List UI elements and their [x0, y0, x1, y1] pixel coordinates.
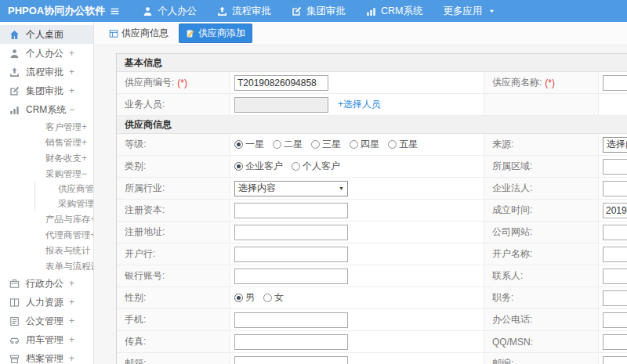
menu-toggle-icon[interactable]	[110, 6, 120, 16]
sidebar-item-supplier-mgmt[interactable]: 供应商管理	[35, 182, 93, 196]
category-radio-option[interactable]: 个人客户	[292, 160, 340, 173]
expand-toggle-icon[interactable]: +	[91, 214, 94, 225]
radio-checked-icon[interactable]	[234, 294, 243, 302]
expand-toggle-icon[interactable]: +	[69, 297, 74, 308]
sidebar-item-agent-mgmt[interactable]: 代理商管理+	[0, 227, 93, 243]
postcode-input[interactable]	[603, 356, 627, 364]
expand-toggle-icon[interactable]: +	[69, 353, 74, 364]
sidebar-item-document-mgmt[interactable]: 公文管理+	[0, 312, 93, 330]
gender-radio-option[interactable]: 女	[263, 291, 284, 305]
expand-toggle-icon[interactable]: +	[69, 278, 74, 289]
gender-radio-option[interactable]: 男	[234, 291, 255, 305]
radio-checked-icon[interactable]	[234, 140, 243, 149]
sidebar-item-procurement-mgmt[interactable]: 采购管理	[35, 196, 93, 211]
sidebar-item-customer-mgmt[interactable]: 客户管理+	[0, 119, 93, 135]
nav-item-crm-system[interactable]: CRM系统	[356, 0, 433, 22]
grade-radio-option[interactable]: 一星	[234, 138, 264, 151]
collapse-toggle-icon[interactable]: −	[82, 168, 87, 179]
account-name-input[interactable]	[603, 247, 627, 262]
sidebar-item-group-approval[interactable]: 集团审批+	[0, 81, 93, 100]
expand-toggle-icon[interactable]: +	[82, 137, 87, 148]
qq-msn-input[interactable]	[603, 334, 627, 350]
supplier-code-input[interactable]	[234, 75, 328, 91]
contact-person-input[interactable]	[603, 268, 627, 284]
sidebar-item-personal-desktop[interactable]: 个人桌面	[0, 25, 93, 44]
upload-icon	[9, 67, 20, 77]
industry-select[interactable]: 选择内容▼	[234, 181, 348, 196]
mobile-input[interactable]	[234, 312, 348, 328]
radio-unchecked-icon[interactable]	[350, 140, 358, 149]
registered-address-input[interactable]	[234, 225, 348, 240]
grade-radio-option[interactable]: 三星	[311, 138, 341, 151]
sidebar-item-finance-income-expense[interactable]: 财务收支+	[0, 150, 93, 166]
expand-toggle-icon[interactable]: +	[91, 229, 94, 240]
sidebar-item-form-workflow-settings[interactable]: 表单与流程设置+	[0, 258, 93, 274]
nav-item-group-approval[interactable]: 集团审批	[281, 0, 356, 22]
sidebar-item-product-inventory[interactable]: 产品与库存+	[0, 211, 93, 227]
tab-supplier-info[interactable]: 供应商信息	[105, 23, 172, 43]
sidebar-item-crm-system[interactable]: CRM系统−	[0, 100, 93, 119]
expand-toggle-icon[interactable]: +	[69, 67, 74, 77]
collapse-toggle-icon[interactable]: −	[69, 104, 74, 115]
category-radio-option[interactable]: 企业客户	[234, 160, 283, 173]
form-row: 所属行业:选择内容▼企业法人:	[117, 178, 627, 200]
sidebar-item-purchase-mgmt[interactable]: 采购管理−	[0, 166, 93, 182]
business-person-input[interactable]	[234, 97, 328, 113]
radio-label: 女	[274, 291, 284, 305]
sidebar-item-label: 销售管理	[45, 137, 82, 149]
supplier-name-input[interactable]	[603, 75, 627, 91]
bank-branch-input[interactable]	[234, 247, 348, 262]
sidebar-item-label: 个人办公	[26, 47, 63, 60]
bank-account-input[interactable]	[234, 268, 348, 284]
radio-checked-icon[interactable]	[234, 162, 243, 171]
select-person-link[interactable]: +选择人员	[338, 98, 381, 111]
sidebar-item-personal-office[interactable]: 个人办公+	[0, 44, 93, 63]
select-value: 选择内容	[238, 182, 276, 195]
grade-radio-option[interactable]: 五星	[388, 138, 418, 151]
company-website-input[interactable]	[603, 225, 627, 240]
field-label: 类别:	[125, 160, 146, 173]
expand-toggle-icon[interactable]: +	[82, 121, 87, 132]
expand-toggle-icon[interactable]: +	[69, 48, 74, 59]
form-row: 供应商编号:(*)供应商名称:(*)	[117, 72, 627, 94]
sidebar-item-reports-statistics[interactable]: 报表与统计	[0, 243, 93, 258]
field-value-cell	[599, 309, 627, 330]
sidebar-item-sales-mgmt[interactable]: 销售管理+	[0, 135, 93, 150]
legal-person-input[interactable]	[603, 181, 627, 196]
field-label: 供应商编号:	[125, 76, 174, 89]
expand-toggle-icon[interactable]: +	[69, 334, 74, 345]
grade-radio-option[interactable]: 二星	[273, 138, 303, 151]
nav-item-workflow-approval[interactable]: 流程审批	[207, 0, 281, 22]
field-label-cell: QQ/MSN:	[484, 331, 599, 352]
sidebar-item-archive-mgmt[interactable]: 档案管理+	[0, 349, 93, 364]
field-label-cell: 注册资本:	[117, 200, 230, 221]
source-select[interactable]: 选择内容▼	[603, 137, 627, 153]
field-value-cell	[599, 331, 627, 352]
region-input[interactable]	[603, 159, 627, 175]
sidebar-item-admin-office[interactable]: 行政办公+	[0, 274, 93, 293]
expand-toggle-icon[interactable]: +	[69, 85, 74, 96]
radio-unchecked-icon[interactable]	[292, 162, 300, 171]
established-date-input[interactable]	[603, 203, 627, 218]
field-value-cell	[599, 265, 627, 287]
registered-capital-input[interactable]	[234, 203, 348, 218]
office-phone-input[interactable]	[603, 312, 627, 328]
sidebar-item-workflow-approval[interactable]: 流程审批+	[0, 63, 93, 81]
fax-input[interactable]	[234, 334, 348, 350]
email-input[interactable]	[234, 356, 348, 364]
position-input[interactable]	[603, 290, 627, 306]
radio-unchecked-icon[interactable]	[311, 140, 320, 149]
nav-item-personal-office[interactable]: 个人办公	[132, 0, 207, 22]
grade-radio-option[interactable]: 四星	[350, 138, 379, 151]
nav-item-more-apps[interactable]: 更多应用	[433, 0, 506, 22]
radio-unchecked-icon[interactable]	[263, 294, 272, 302]
sidebar-item-human-resources[interactable]: 人力资源+	[0, 293, 93, 312]
sidebar-item-vehicle-mgmt[interactable]: 用车管理+	[0, 330, 93, 349]
expand-toggle-icon[interactable]: +	[69, 315, 74, 326]
expand-toggle-icon[interactable]: +	[82, 153, 87, 164]
radio-unchecked-icon[interactable]	[273, 140, 281, 149]
field-label-cell: 银行账号:	[117, 265, 230, 287]
radio-unchecked-icon[interactable]	[388, 140, 397, 149]
tab-supplier-add[interactable]: 供应商添加	[179, 23, 252, 43]
radio-label: 三星	[322, 138, 341, 151]
